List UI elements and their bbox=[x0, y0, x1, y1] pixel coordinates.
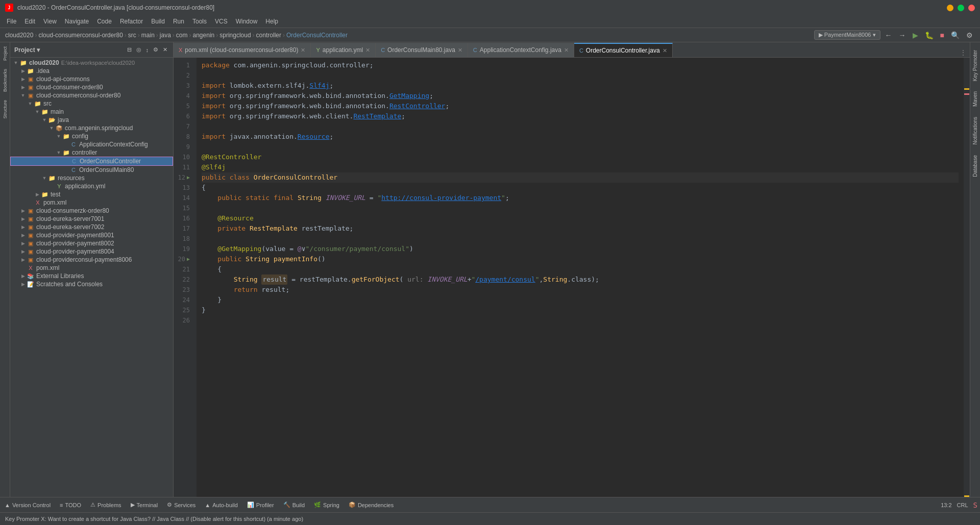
back-button[interactable]: ← bbox=[883, 30, 894, 40]
menu-edit[interactable]: Edit bbox=[20, 17, 39, 26]
run-config-dropdown[interactable]: ▶ PaymentMain8006 ▾ bbox=[814, 30, 880, 40]
stop-button[interactable]: ■ bbox=[938, 30, 946, 40]
tree-resources[interactable]: ▼ 📁 resources bbox=[10, 174, 173, 182]
spring-status[interactable]: 🌿 Spring bbox=[312, 501, 341, 509]
tree-external-libs[interactable]: ▶ 📚 External Libraries bbox=[10, 272, 173, 280]
locate-button[interactable]: ◎ bbox=[135, 46, 143, 54]
settings-tree-button[interactable]: ⚙ bbox=[152, 46, 160, 54]
search-button[interactable]: 🔍 bbox=[949, 30, 962, 40]
breadcrumb-cloud2020[interactable]: cloud2020 bbox=[5, 32, 33, 39]
breadcrumb-angenin[interactable]: angenin bbox=[193, 32, 215, 39]
code-content[interactable]: package com.angenin.springcloud.controll… bbox=[197, 58, 964, 497]
terminal-status[interactable]: ▶ Terminal bbox=[129, 501, 160, 509]
tree-payment8004[interactable]: ▶ ▣ cloud-provider-payment8004 bbox=[10, 247, 173, 256]
breadcrumb-controller[interactable]: controller bbox=[256, 32, 281, 39]
breadcrumb-main[interactable]: main bbox=[141, 32, 155, 39]
menu-tools[interactable]: Tools bbox=[188, 17, 211, 26]
window-controls[interactable] bbox=[947, 5, 975, 11]
debug-button[interactable]: 🐛 bbox=[923, 30, 936, 40]
tab-appcontextconfig[interactable]: C ApplicationContextConfig.java ✕ bbox=[468, 43, 574, 57]
maximize-button[interactable] bbox=[958, 5, 964, 11]
close-button[interactable] bbox=[968, 5, 975, 11]
tree-idea[interactable]: ▶ 📁 .idea bbox=[10, 67, 173, 75]
tree-payment8002[interactable]: ▶ ▣ cloud-provider-payment8002 bbox=[10, 239, 173, 247]
menu-refactor[interactable]: Refactor bbox=[116, 17, 147, 26]
notifications-sidebar[interactable]: Notifications bbox=[971, 112, 979, 149]
breadcrumb-java[interactable]: java bbox=[160, 32, 171, 39]
code-editor[interactable]: 1 2 3 4 5 6 7 8 9 10 11 12 ▶ 13 14 15 16 bbox=[174, 58, 970, 497]
build-status[interactable]: 🔨 Build bbox=[281, 501, 307, 509]
ln-21: 21 bbox=[176, 264, 194, 274]
tree-appcontextconfig[interactable]: ▶ C ApplicationContextConfig bbox=[10, 140, 173, 148]
minimize-button[interactable] bbox=[947, 5, 953, 11]
tab-overflow-button[interactable]: ⋮ bbox=[959, 48, 967, 57]
menu-file[interactable]: File bbox=[3, 17, 20, 26]
collapse-all-button[interactable]: ⊟ bbox=[126, 46, 133, 54]
breadcrumb-class[interactable]: OrderConsulController bbox=[286, 32, 348, 39]
breadcrumb-module[interactable]: cloud-consumerconsul-order80 bbox=[38, 32, 122, 39]
tree-controller[interactable]: ▼ 📁 controller bbox=[10, 148, 173, 157]
close-panel-button[interactable]: ✕ bbox=[161, 46, 169, 54]
tab-acc-close[interactable]: ✕ bbox=[564, 47, 569, 54]
tree-eureka7001[interactable]: ▶ ▣ cloud-eureka-server7001 bbox=[10, 215, 173, 223]
todo-label: TODO bbox=[65, 502, 82, 508]
database-sidebar[interactable]: Database bbox=[971, 150, 979, 182]
tree-scratches[interactable]: ▶ 📝 Scratches and Consoles bbox=[10, 280, 173, 288]
tree-orderconsulmain80[interactable]: ▶ C OrderConsulMain80 bbox=[10, 166, 173, 174]
tree-root-pom[interactable]: ▶ X pom.xml bbox=[10, 264, 173, 272]
tree-providerconsul8006[interactable]: ▶ ▣ cloud-providerconsul-payment8006 bbox=[10, 256, 173, 264]
menu-window[interactable]: Window bbox=[232, 17, 262, 26]
bookmarks-icon[interactable]: Bookmarks bbox=[1, 65, 9, 96]
key-promoter-sidebar[interactable]: Key Promoter bbox=[971, 45, 979, 86]
breadcrumb-com[interactable]: com bbox=[176, 32, 188, 39]
maven-sidebar[interactable]: Maven bbox=[971, 86, 979, 112]
menu-view[interactable]: View bbox=[39, 17, 61, 26]
tab-orderconsulcontroller[interactable]: C OrderConsulController.java ✕ bbox=[574, 43, 673, 57]
tree-package[interactable]: ▼ 📦 com.angenin.springcloud bbox=[10, 124, 173, 132]
run-button[interactable]: ▶ bbox=[911, 30, 920, 40]
tab-ocm80-close[interactable]: ✕ bbox=[458, 47, 462, 54]
tree-consumerzk[interactable]: ▶ ▣ cloud-consumerzk-order80 bbox=[10, 207, 173, 215]
settings-button[interactable]: ⚙ bbox=[964, 30, 975, 40]
tree-payment8001[interactable]: ▶ ▣ cloud-provider-payment8001 bbox=[10, 231, 173, 239]
tab-occ-close[interactable]: ✕ bbox=[663, 47, 667, 54]
tree-root[interactable]: ▼ 📁 cloud2020 E:\idea-workspace\cloud202… bbox=[10, 59, 173, 67]
breadcrumb-springcloud[interactable]: springcloud bbox=[219, 32, 251, 39]
services-status[interactable]: ⚙ Services bbox=[165, 501, 198, 509]
autobuild-status[interactable]: ▲ Auto-build bbox=[203, 501, 239, 509]
project-view-icon[interactable]: Project bbox=[1, 42, 9, 65]
menu-vcs[interactable]: VCS bbox=[211, 17, 232, 26]
problems-status[interactable]: ⚠ Problems bbox=[88, 501, 123, 509]
ln-17: 17 bbox=[176, 223, 194, 234]
tree-config[interactable]: ▼ 📁 config bbox=[10, 132, 173, 140]
breadcrumb-src[interactable]: src bbox=[128, 32, 136, 39]
sort-button[interactable]: ↕ bbox=[144, 46, 151, 54]
profiler-status[interactable]: 📊 Profiler bbox=[245, 501, 276, 509]
tab-pom-xml[interactable]: X pom.xml (cloud-consumerconsul-order80)… bbox=[174, 43, 311, 57]
menu-build[interactable]: Build bbox=[147, 17, 169, 26]
menu-help[interactable]: Help bbox=[261, 17, 282, 26]
tree-consumerconsul[interactable]: ▼ ▣ cloud-consumerconsul-order80 bbox=[10, 91, 173, 99]
forward-button[interactable]: → bbox=[897, 30, 908, 40]
version-control-status[interactable]: ▲ Version Control bbox=[3, 501, 53, 509]
structure-icon[interactable]: Structure bbox=[1, 96, 9, 123]
tree-orderconsulcontroller[interactable]: ▶ C OrderConsulController bbox=[10, 157, 173, 166]
tree-java[interactable]: ▼ 📂 java bbox=[10, 116, 173, 124]
dependencies-status[interactable]: 📦 Dependencies bbox=[347, 501, 396, 509]
menu-code[interactable]: Code bbox=[93, 17, 116, 26]
tree-test[interactable]: ▶ 📁 test bbox=[10, 190, 173, 198]
tree-consumer-order80[interactable]: ▶ ▣ cloud-consumer-order80 bbox=[10, 83, 173, 91]
menu-run[interactable]: Run bbox=[169, 17, 188, 26]
menu-navigate[interactable]: Navigate bbox=[61, 17, 93, 26]
tab-pom-close[interactable]: ✕ bbox=[301, 47, 305, 54]
tab-yml-close[interactable]: ✕ bbox=[365, 47, 370, 54]
tree-eureka7002[interactable]: ▶ ▣ cloud-eureka-server7002 bbox=[10, 223, 173, 231]
tree-pom[interactable]: ▶ X pom.xml bbox=[10, 198, 173, 207]
todo-status[interactable]: ≡ TODO bbox=[58, 501, 83, 509]
tree-src[interactable]: ▼ 📁 src bbox=[10, 99, 173, 108]
tab-orderconsulmain80[interactable]: C OrderConsulMain80.java ✕ bbox=[376, 43, 468, 57]
tree-api-commons[interactable]: ▶ ▣ cloud-api-commons bbox=[10, 75, 173, 83]
tree-main[interactable]: ▼ 📁 main bbox=[10, 108, 173, 116]
tab-application-yml[interactable]: Y application.yml ✕ bbox=[311, 43, 376, 57]
tree-application-yml[interactable]: ▶ Y application.yml bbox=[10, 182, 173, 190]
